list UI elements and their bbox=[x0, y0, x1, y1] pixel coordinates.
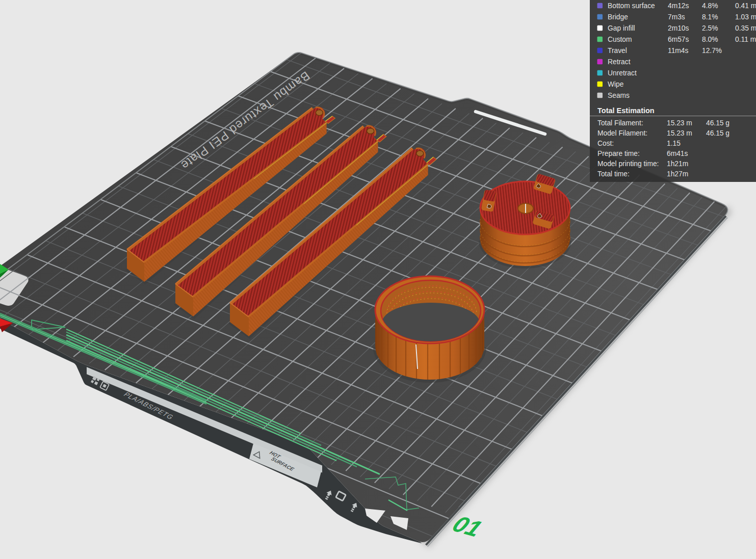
svg-text:4m12s: 4m12s bbox=[668, 2, 689, 10]
svg-text:12.7%: 12.7% bbox=[702, 47, 722, 55]
svg-text:1h21m: 1h21m bbox=[667, 160, 688, 168]
svg-text:0.35 m: 0.35 m bbox=[735, 24, 756, 32]
svg-text:Unretract: Unretract bbox=[608, 69, 637, 77]
svg-text:8.0%: 8.0% bbox=[702, 36, 718, 43]
svg-text:0.41 m: 0.41 m bbox=[735, 2, 756, 10]
svg-text:Bridge: Bridge bbox=[608, 13, 628, 21]
svg-text:Total time:: Total time: bbox=[597, 170, 630, 178]
svg-text:Wipe: Wipe bbox=[608, 81, 624, 88]
svg-text:6m41s: 6m41s bbox=[667, 150, 688, 157]
svg-text:2m10s: 2m10s bbox=[668, 24, 689, 32]
svg-text:15.23 m: 15.23 m bbox=[667, 129, 692, 137]
svg-text:46.15 g: 46.15 g bbox=[706, 129, 729, 137]
svg-text:7m3s: 7m3s bbox=[668, 13, 685, 21]
svg-text:1.03 m: 1.03 m bbox=[735, 13, 756, 21]
svg-text:Gap infill: Gap infill bbox=[608, 24, 635, 32]
svg-text:Model Filament:: Model Filament: bbox=[597, 129, 647, 137]
svg-text:1h27m: 1h27m bbox=[667, 170, 688, 178]
svg-text:Total Filament:: Total Filament: bbox=[597, 119, 643, 127]
svg-text:15.23 m: 15.23 m bbox=[667, 119, 692, 127]
svg-text:2.5%: 2.5% bbox=[702, 24, 718, 32]
svg-text:46.15 g: 46.15 g bbox=[706, 119, 729, 127]
svg-text:11m4s: 11m4s bbox=[668, 47, 688, 55]
svg-text:Cost:: Cost: bbox=[597, 140, 614, 147]
svg-text:Total Estimation: Total Estimation bbox=[597, 107, 655, 115]
svg-text:6m57s: 6m57s bbox=[668, 36, 689, 43]
svg-text:Seams: Seams bbox=[608, 92, 630, 99]
svg-text:1.15: 1.15 bbox=[667, 140, 681, 147]
svg-text:8.1%: 8.1% bbox=[702, 13, 718, 21]
svg-text:Travel: Travel bbox=[608, 47, 627, 55]
svg-text:4.8%: 4.8% bbox=[702, 2, 718, 10]
svg-text:Bottom surface: Bottom surface bbox=[608, 2, 655, 10]
svg-text:0.11 m: 0.11 m bbox=[735, 36, 756, 43]
svg-text:Custom: Custom bbox=[608, 36, 632, 43]
svg-text:Prepare time:: Prepare time: bbox=[597, 150, 640, 157]
svg-text:Retract: Retract bbox=[608, 58, 631, 66]
svg-text:Model printing time:: Model printing time: bbox=[597, 160, 659, 168]
